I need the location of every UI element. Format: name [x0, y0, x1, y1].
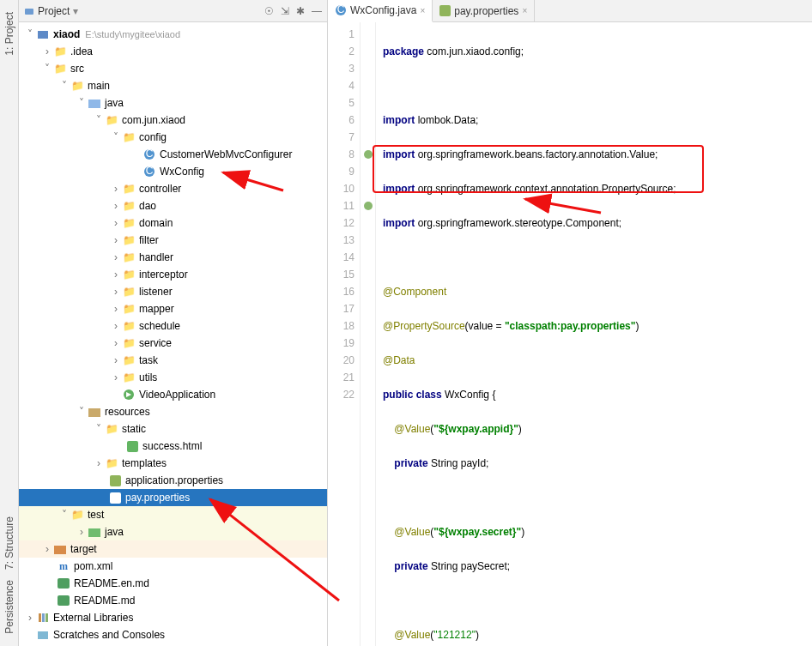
package-icon: 📁 — [122, 336, 136, 350]
close-icon[interactable]: × — [420, 6, 425, 15]
tree-node-idea[interactable]: ›📁.idea — [19, 43, 327, 60]
package-icon: 📁 — [122, 371, 136, 384]
html-icon — [125, 439, 139, 453]
tree-node-utils[interactable]: ›📁utils — [19, 369, 327, 386]
src-folder-icon — [88, 96, 101, 110]
hide-icon[interactable]: — — [312, 5, 322, 17]
tree-node-service[interactable]: ›📁service — [19, 335, 327, 352]
test-folder-icon — [88, 525, 101, 539]
tree-node-domain[interactable]: ›📁domain — [19, 214, 327, 232]
project-title[interactable]: Project ▾ — [24, 5, 78, 17]
tree-node-root[interactable]: ˅xiaodE:\study\mygitee\xiaod — [19, 26, 327, 43]
tab-persistence-tool[interactable]: Persistence — [2, 575, 17, 639]
tree-node-config[interactable]: ˅📁config — [19, 129, 327, 146]
close-icon[interactable]: × — [522, 6, 527, 15]
package-icon: 📁 — [122, 268, 136, 281]
tree-node-filter[interactable]: ›📁filter — [19, 232, 327, 249]
project-header: Project ▾ ☉ ⇲ ✱ — — [19, 0, 327, 22]
svg-rect-12 — [110, 492, 121, 504]
svg-rect-20 — [38, 631, 48, 639]
tree-node-templates[interactable]: ›📁templates — [19, 455, 327, 472]
folder-icon: 📁 — [70, 508, 84, 522]
tool-window-bar: 1: Project 7: Structure Persistence — [0, 0, 19, 646]
excl-folder-icon — [53, 542, 67, 556]
tree-node-src[interactable]: ˅📁src — [19, 60, 327, 77]
package-icon: 📁 — [122, 353, 136, 367]
tree-node-success[interactable]: ·success.html — [19, 438, 327, 455]
svg-rect-17 — [39, 613, 41, 622]
code-area[interactable]: package com.jun.xiaod.config; import lom… — [376, 22, 812, 646]
class-icon: C — [335, 4, 347, 16]
tree-node-extlib[interactable]: ›External Libraries — [19, 609, 327, 626]
tree-node-target[interactable]: ›target — [19, 540, 327, 558]
md-icon — [57, 594, 70, 607]
package-icon: 📁 — [122, 233, 136, 247]
folder-icon: 📁 — [70, 79, 84, 93]
tree-node-appprops[interactable]: ·application.properties — [19, 472, 327, 489]
tree-node-main[interactable]: ˅📁main — [19, 77, 327, 94]
tree-node-static[interactable]: ˅📁static — [19, 420, 327, 438]
tab-payprops[interactable]: pay.properties× — [433, 0, 535, 21]
svg-rect-16 — [58, 595, 70, 606]
project-tree[interactable]: ˅xiaodE:\study\mygitee\xiaod ›📁.idea ˅📁s… — [19, 22, 327, 646]
props-icon — [108, 491, 122, 504]
class-icon: C — [142, 165, 156, 178]
editor-tabs: C WxConfig.java× pay.properties× — [328, 0, 812, 22]
editor-body[interactable]: 12345678910111213141516171819202122 pack… — [328, 22, 812, 646]
package-icon: 📁 — [122, 130, 136, 144]
props-icon — [108, 474, 122, 487]
locate-icon[interactable]: ☉ — [264, 5, 274, 17]
library-icon — [36, 611, 50, 625]
tree-node-resources[interactable]: ˅resources — [19, 403, 327, 420]
tree-node-payprops[interactable]: ·pay.properties — [19, 489, 327, 506]
svg-rect-19 — [45, 613, 48, 622]
tree-node-testjava[interactable]: ›java — [19, 523, 327, 540]
expand-icon[interactable]: ⇲ — [281, 5, 289, 17]
tree-node-pom[interactable]: ·mpom.xml — [19, 558, 327, 575]
tree-node-java[interactable]: ˅java — [19, 94, 327, 112]
svg-rect-11 — [110, 475, 121, 486]
tree-node-mapper[interactable]: ›📁mapper — [19, 300, 327, 317]
tree-node-readmeen[interactable]: ·README.en.md — [19, 575, 327, 592]
tree-node-interceptor[interactable]: ›📁interceptor — [19, 266, 327, 283]
svg-text:C: C — [146, 148, 154, 160]
tree-node-task[interactable]: ›📁task — [19, 352, 327, 369]
project-view-icon — [24, 6, 34, 16]
settings-icon[interactable]: ✱ — [296, 5, 305, 17]
svg-text:▸: ▸ — [126, 389, 131, 400]
project-panel: Project ▾ ☉ ⇲ ✱ — ˅xiaodE:\study\mygitee… — [19, 0, 328, 646]
svg-rect-9 — [88, 408, 100, 417]
annotation-highlight-box — [373, 145, 704, 193]
folder-icon: 📁 — [105, 456, 118, 470]
tab-wxconfig[interactable]: C WxConfig.java× — [328, 0, 433, 22]
svg-rect-1 — [38, 31, 48, 39]
folder-icon: 📁 — [53, 45, 67, 58]
tree-node-dao[interactable]: ›📁dao — [19, 197, 327, 214]
tree-node-wxconfig[interactable]: ·CWxConfig — [19, 163, 327, 180]
tree-node-customer[interactable]: ·CCustomerWebMvcConfigurer — [19, 146, 327, 163]
bean-gutter-icon[interactable] — [363, 201, 373, 211]
maven-icon: m — [57, 559, 70, 573]
folder-icon: 📁 — [53, 62, 67, 75]
tab-project-tool[interactable]: 1: Project — [2, 7, 17, 61]
svg-text:C: C — [146, 166, 154, 177]
editor-panel: C WxConfig.java× pay.properties× 1234567… — [328, 0, 812, 646]
tree-node-package[interactable]: ˅📁com.jun.xiaod — [19, 112, 327, 129]
bean-gutter-icon[interactable] — [363, 149, 373, 160]
tree-node-test[interactable]: ˅📁test — [19, 506, 327, 523]
tree-node-readme[interactable]: ·README.md — [19, 592, 327, 609]
tree-node-videoapp[interactable]: ·▸VideoApplication — [19, 386, 327, 403]
svg-rect-18 — [42, 613, 45, 622]
tree-node-controller[interactable]: ›📁controller — [19, 180, 327, 197]
class-icon: ▸ — [122, 388, 136, 401]
tree-node-handler[interactable]: ›📁handler — [19, 249, 327, 266]
tree-node-schedule[interactable]: ›📁schedule — [19, 317, 327, 335]
svg-rect-23 — [439, 5, 451, 16]
package-icon: 📁 — [122, 182, 136, 196]
tab-structure-tool[interactable]: 7: Structure — [2, 511, 17, 575]
tree-node-listener[interactable]: ›📁listener — [19, 283, 327, 300]
scratch-icon — [36, 628, 50, 642]
package-icon: 📁 — [122, 251, 136, 264]
tree-node-scratch[interactable]: ·Scratches and Consoles — [19, 626, 327, 643]
package-icon: 📁 — [122, 216, 136, 230]
